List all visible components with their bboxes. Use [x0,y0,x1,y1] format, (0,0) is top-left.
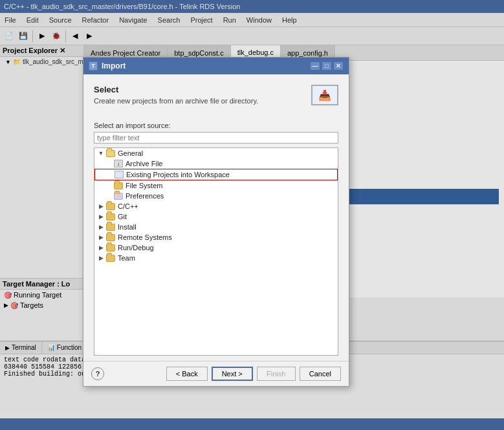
tree-preferences[interactable]: Preferences [94,191,338,201]
file-system-label: File System [126,182,162,189]
rundebug-expand-icon: ▶ [97,244,105,252]
git-folder-icon [106,213,115,220]
prefs-folder-icon [114,193,123,200]
dialog-titlebar-left: T Import [89,61,126,70]
dialog-title-icon: T [89,61,98,70]
dialog-minimize-btn[interactable]: — [310,61,320,70]
preferences-label: Preferences [126,192,164,200]
help-button[interactable]: ? [91,367,104,380]
general-label: General [118,149,143,157]
team-folder-icon [106,255,115,262]
git-label: Git [118,213,127,220]
tree-install[interactable]: ▶ Install [94,222,338,232]
dialog-section-title: Select [94,85,258,94]
tree-git[interactable]: ▶ Git [94,211,338,222]
archive-expand [105,160,113,167]
dialog-titlebar-buttons: — □ ✕ [310,61,344,70]
general-folder-icon [106,150,115,157]
dialog-maximize-btn[interactable]: □ [322,61,332,70]
install-expand-icon: ▶ [97,223,105,231]
next-button[interactable]: Next > [212,367,253,381]
install-folder-icon [106,224,115,231]
filter-input[interactable] [94,132,338,144]
dialog-section-desc: Create new projects from an archive file… [94,97,258,105]
dialog-select-section: Select Create new projects from an archi… [94,85,258,113]
import-dialog: T Import — □ ✕ Select Create new project… [83,57,349,387]
dialog-body: Select Create new projects from an archi… [83,74,349,361]
remote-systems-label: Remote Systems [118,233,172,241]
dialog-close-btn[interactable]: ✕ [333,61,344,70]
filesystem-folder-icon [114,182,123,189]
tree-existing-projects[interactable]: Existing Projects into Workspace [94,169,338,180]
filesystem-expand [105,182,113,189]
cpp-folder-icon [106,203,115,210]
existing-projects-label: Existing Projects into Workspace [126,171,230,178]
general-expand-icon: ▼ [97,149,105,157]
existing-expand [105,171,113,178]
run-debug-label: Run/Debug [118,244,154,252]
cpp-expand-icon: ▶ [97,202,105,210]
footer-buttons: < Back Next > Finish Cancel [166,367,341,381]
import-icon: 📥 [311,85,338,105]
tree-file-system[interactable]: File System [94,180,338,191]
cancel-button[interactable]: Cancel [300,367,341,381]
import-source-label: Select an import source: [94,122,338,129]
tree-container[interactable]: ▼ General ↓ Archive File Existing Projec… [94,147,338,356]
team-expand-icon: ▶ [97,254,105,262]
tree-archive-file[interactable]: ↓ Archive File [94,158,338,169]
dialog-footer: ? < Back Next > Finish Cancel [83,361,349,386]
tree-remote-systems[interactable]: ▶ Remote Systems [94,232,338,242]
prefs-expand [105,192,113,200]
existing-projects-icon [115,171,124,178]
tree-team[interactable]: ▶ Team [94,253,338,263]
footer-left: ? [91,367,104,380]
remote-folder-icon [106,234,115,241]
dialog-title-text: Import [102,61,126,70]
rundebug-folder-icon [106,244,115,252]
git-expand-icon: ▶ [97,213,105,220]
dialog-titlebar: T Import — □ ✕ [83,58,349,74]
modal-overlay: T Import — □ ✕ Select Create new project… [0,0,504,430]
tree-run-debug[interactable]: ▶ Run/Debug [94,242,338,253]
team-label: Team [118,254,135,262]
cpp-label: C/C++ [118,202,138,210]
back-button[interactable]: < Back [166,367,208,381]
tree-general[interactable]: ▼ General [94,148,338,158]
archive-file-label: Archive File [126,160,162,167]
archive-file-icon: ↓ [114,160,123,167]
tree-cpp[interactable]: ▶ C/C++ [94,201,338,211]
finish-button[interactable]: Finish [257,367,296,381]
install-label: Install [118,223,137,231]
remote-expand-icon: ▶ [97,233,105,241]
